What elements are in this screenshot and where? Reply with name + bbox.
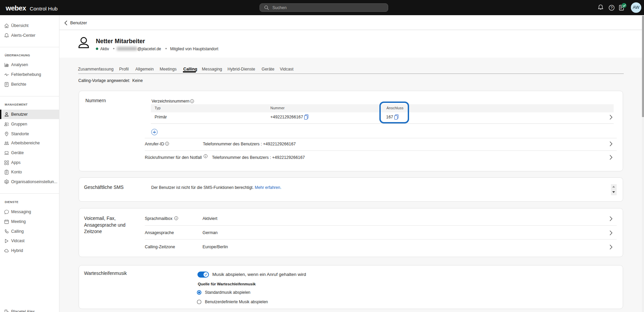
svg-text:?: ? (611, 6, 613, 10)
